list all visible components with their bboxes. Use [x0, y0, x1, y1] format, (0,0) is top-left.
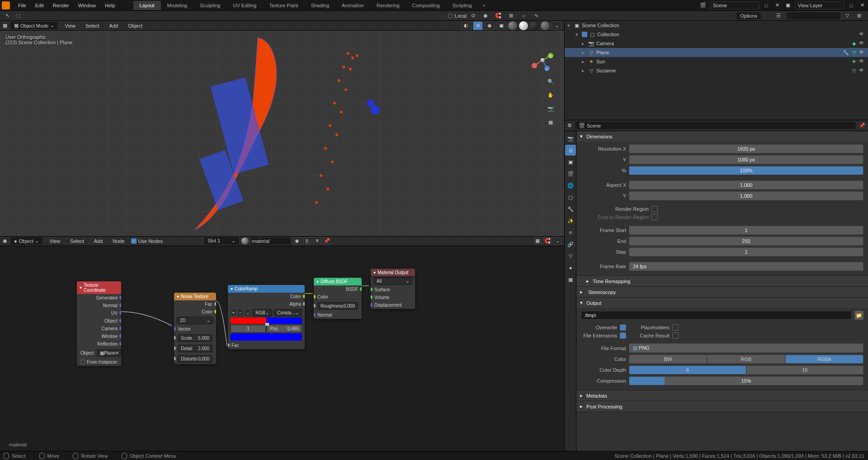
pan-icon[interactable]: ✋	[545, 90, 556, 100]
editor-type-icon[interactable]: ▦	[3, 23, 7, 28]
output-path-field[interactable]: /tmp\	[581, 311, 852, 320]
curve-icon[interactable]: ∿	[532, 12, 541, 20]
dimensions-dropdown[interactable]: 2D⌄	[177, 317, 213, 324]
node-editor-type-icon[interactable]: ◉	[3, 238, 7, 244]
workspace-tab-compositing[interactable]: Compositing	[406, 1, 446, 10]
expand-icon[interactable]: ▾	[567, 23, 572, 28]
panel-header-post-processing[interactable]: ▸ Post Processing	[576, 401, 868, 412]
collapse-icon[interactable]: ▾	[316, 279, 319, 284]
collapse-icon[interactable]: ▾	[80, 285, 82, 290]
collection-checkbox[interactable]	[582, 32, 587, 37]
expand-icon[interactable]: ▸	[582, 50, 586, 56]
grip-icon[interactable]: ⋮⋮	[854, 133, 864, 139]
tab-physics[interactable]: ⚛	[565, 227, 576, 238]
new-scene-button[interactable]: □	[762, 1, 770, 9]
use-nodes-checkbox[interactable]: ✓ Use Nodes	[131, 238, 163, 244]
frame-end-field[interactable]: 250	[629, 237, 863, 246]
options-dropdown[interactable]: Options	[736, 12, 761, 20]
node-overlay-icon[interactable]: ▦	[533, 237, 542, 245]
pin-icon[interactable]: 📌	[859, 123, 865, 128]
color-bw-button[interactable]: BW	[629, 355, 707, 364]
new-view-layer-button[interactable]: □	[847, 1, 855, 9]
viewport-menu-view[interactable]: View	[61, 22, 79, 29]
node-menu-select[interactable]: Select	[66, 237, 88, 245]
camera-view-icon[interactable]: 📷	[545, 103, 556, 114]
frame-rate-field[interactable]: 24 fps	[629, 262, 863, 271]
xray-icon[interactable]: ▣	[496, 21, 506, 30]
stop-index-field[interactable]: 1	[231, 325, 266, 332]
scale-field[interactable]: Scale5.000	[178, 334, 212, 342]
magnet-icon[interactable]: 🧲	[494, 12, 503, 20]
shading-solid-icon[interactable]	[519, 21, 528, 30]
ramp-stop-handle[interactable]	[265, 323, 269, 326]
shading-wireframe-icon[interactable]	[508, 21, 517, 30]
outliner-item-suzanne[interactable]: ▸ ▽ Suzanne ▽ 👁	[565, 66, 868, 75]
workspace-tab-shading[interactable]: Shading	[305, 1, 335, 10]
tab-viewlayer[interactable]: ▣	[565, 156, 576, 167]
add-stop-button[interactable]: +	[231, 309, 236, 316]
navigation-gizmo[interactable]: Y Z	[529, 47, 556, 74]
visibility-icon[interactable]: 👁	[859, 58, 865, 65]
depth-8-button[interactable]: 8	[629, 365, 746, 375]
color-ramp-gradient[interactable]	[231, 318, 302, 324]
material-unlink-button[interactable]: ✕	[313, 237, 321, 245]
viewport-menu-object[interactable]: Object	[124, 22, 146, 29]
node-snap-icon[interactable]: 🧲	[543, 237, 552, 245]
depth-16-button[interactable]: 16	[746, 365, 864, 375]
crop-region-checkbox[interactable]	[651, 214, 658, 220]
search-filter-input[interactable]	[787, 12, 841, 20]
delete-scene-button[interactable]: ✕	[773, 1, 781, 9]
panel-header-metadata[interactable]: ▸ Metadata	[576, 390, 868, 401]
shading-options-icon[interactable]: ⌄	[552, 21, 561, 30]
filter-icon[interactable]: ▽	[843, 12, 852, 20]
view-layer-icon[interactable]: ▣	[784, 1, 792, 9]
workspace-tab-animation[interactable]: Animation	[335, 1, 370, 10]
collapse-icon[interactable]: ▾	[231, 286, 233, 291]
plane-mesh-object[interactable]	[190, 35, 307, 236]
material-pin-button[interactable]: 📌	[323, 237, 331, 245]
color-rgb-button[interactable]: RGB	[707, 355, 785, 364]
shading-matprev-icon[interactable]	[530, 21, 539, 30]
properties-type-icon[interactable]: ⚙	[567, 123, 572, 128]
file-ext-checkbox[interactable]	[620, 332, 626, 339]
material-browse-button[interactable]: ◉	[293, 237, 301, 245]
scene-datablock-field[interactable]: 🎬 Scene	[575, 121, 856, 130]
panel-header-output[interactable]: ▾ Output	[576, 298, 868, 308]
node-material-output[interactable]: ▾ Material Output All⌄ Surface Volume Di…	[371, 269, 415, 309]
from-instancer-checkbox[interactable]	[80, 360, 85, 364]
tab-mesh[interactable]: ▽	[565, 251, 576, 261]
expand-icon[interactable]: ▸	[582, 68, 586, 74]
color-rgba-button[interactable]: RGBA	[785, 355, 863, 364]
node-header[interactable]: ▾ Noise Texture	[174, 293, 216, 300]
browse-folder-button[interactable]: 📁	[854, 311, 863, 320]
outliner-collection[interactable]: ▾ ▢ Collection 👁	[565, 30, 868, 39]
placeholders-checkbox[interactable]	[672, 324, 679, 331]
shader-type-dropdown[interactable]: ● Object ⌄	[10, 237, 43, 245]
render-region-checkbox[interactable]	[651, 206, 658, 212]
outliner-scene-collection[interactable]: ▾ ▣ Scene Collection	[565, 21, 868, 30]
target-dropdown[interactable]: All⌄	[373, 277, 412, 285]
tab-world[interactable]: 🌐	[565, 180, 576, 191]
stop-color-swatch[interactable]	[231, 333, 302, 341]
transform-icon[interactable]: ⊞	[506, 12, 515, 20]
workspace-tab-layout[interactable]: Layout	[133, 1, 161, 10]
frame-step-field[interactable]: 1	[629, 247, 863, 256]
particle-mesh-object[interactable]	[307, 44, 389, 225]
overlays-icon[interactable]: ◉	[485, 21, 495, 30]
outliner-item-camera[interactable]: ▸ 📷 Camera ◈ 👁	[565, 39, 868, 48]
compression-field[interactable]: 15%	[629, 376, 863, 385]
perspective-icon[interactable]: ▦	[545, 117, 556, 128]
tab-particles[interactable]: ✨	[565, 215, 576, 226]
node-header[interactable]: ▾ ColorRamp	[228, 285, 305, 293]
mode-select-dropdown[interactable]: ▦ Object Mode ⌄	[10, 21, 58, 30]
tab-output[interactable]: 🖨	[565, 145, 576, 156]
visibility-icon[interactable]: 👁	[859, 40, 865, 47]
node-editor-canvas[interactable]: ▾ Texture Coordinate Generated Normal UV…	[0, 246, 564, 451]
add-workspace-button[interactable]: +	[478, 1, 490, 10]
collapse-icon[interactable]: ▾	[373, 270, 376, 275]
view-layer-field[interactable]: View Layer	[795, 1, 844, 9]
workspace-tab-uvediting[interactable]: UV Editing	[226, 1, 263, 10]
panel-header-dimensions[interactable]: ▾ Dimensions ⋮⋮	[576, 131, 868, 142]
viewport-menu-add[interactable]: Add	[106, 22, 122, 29]
proportional-icon[interactable]: ◉	[481, 12, 490, 20]
